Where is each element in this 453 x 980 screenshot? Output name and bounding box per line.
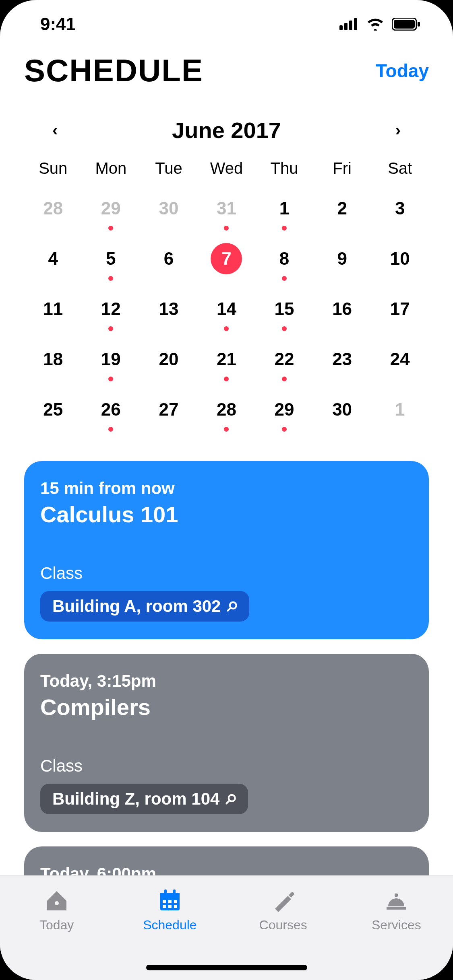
calendar-day[interactable]: 22	[255, 336, 313, 387]
calendar-day[interactable]: 31	[198, 185, 256, 236]
tab-today[interactable]: Today	[0, 888, 113, 980]
svg-rect-11	[168, 900, 172, 903]
weekday-label: Wed	[198, 155, 256, 185]
svg-rect-10	[163, 900, 166, 903]
calendar-day[interactable]: 20	[140, 336, 198, 387]
event-dot	[282, 326, 287, 331]
days-grid: 2829303112345678910111213141516171819202…	[24, 185, 429, 437]
tab-bar: TodayScheduleCoursesServices	[0, 875, 453, 980]
event-dot	[282, 276, 287, 281]
status-bar: 9:41	[0, 0, 453, 48]
today-icon	[44, 888, 70, 914]
status-icons	[339, 18, 421, 31]
day-number: 11	[37, 293, 69, 325]
calendar-day[interactable]: 13	[140, 286, 198, 336]
prev-month-button[interactable]: ‹	[44, 117, 66, 143]
calendar-day[interactable]: 26	[82, 387, 140, 437]
day-number: 20	[153, 344, 184, 375]
calendar-day[interactable]: 30	[313, 387, 371, 437]
courses-icon	[270, 888, 296, 914]
calendar-day[interactable]: 14	[198, 286, 256, 336]
day-number: 19	[95, 344, 126, 375]
tab-services[interactable]: Services	[340, 888, 453, 980]
calendar-day[interactable]: 10	[371, 236, 429, 286]
day-number: 6	[153, 243, 184, 274]
calendar-day[interactable]: 9	[313, 236, 371, 286]
day-number: 26	[95, 394, 126, 425]
calendar-day[interactable]: 21	[198, 336, 256, 387]
day-number: 14	[211, 293, 242, 325]
day-number: 25	[37, 394, 69, 425]
calendar-day[interactable]: 2	[313, 185, 371, 236]
battery-icon	[392, 18, 421, 31]
calendar-day[interactable]: 11	[24, 286, 82, 336]
next-month-button[interactable]: ›	[387, 117, 409, 143]
weekday-label: Sun	[24, 155, 82, 185]
header: SCHEDULE Today	[0, 48, 453, 105]
calendar-day[interactable]: 30	[140, 185, 198, 236]
day-number: 17	[384, 293, 416, 325]
svg-rect-9	[160, 893, 180, 898]
page-title: SCHEDULE	[24, 52, 203, 89]
event-location-label: Building Z, room 104	[52, 789, 219, 809]
location-pin-icon: ⚲	[223, 597, 242, 616]
svg-rect-14	[168, 905, 172, 908]
svg-rect-12	[174, 900, 177, 903]
day-number: 27	[153, 394, 184, 425]
svg-rect-2	[349, 21, 352, 30]
calendar-day[interactable]: 7	[198, 236, 256, 286]
event-location-button[interactable]: Building A, room 302⚲	[40, 591, 249, 622]
cellular-icon	[339, 18, 359, 30]
event-dot	[282, 427, 287, 432]
day-number: 7	[211, 243, 242, 274]
svg-rect-0	[339, 25, 343, 30]
day-number: 2	[327, 193, 358, 224]
calendar-day[interactable]: 8	[255, 236, 313, 286]
event-time: Today, 3:15pm	[40, 671, 413, 691]
event-card[interactable]: 15 min from nowCalculus 101ClassBuilding…	[24, 461, 429, 639]
event-dot	[224, 226, 229, 231]
day-number: 24	[384, 344, 416, 375]
day-number: 12	[95, 293, 126, 325]
day-number: 29	[95, 193, 126, 224]
event-dot	[224, 377, 229, 381]
calendar-day[interactable]: 19	[82, 336, 140, 387]
calendar-day[interactable]: 15	[255, 286, 313, 336]
home-indicator[interactable]	[146, 965, 307, 970]
svg-rect-5	[394, 20, 415, 29]
event-location-label: Building A, room 302	[52, 597, 221, 616]
day-number: 18	[37, 344, 69, 375]
svg-rect-6	[418, 22, 420, 27]
calendar-day[interactable]: 29	[255, 387, 313, 437]
calendar-day[interactable]: 1	[255, 185, 313, 236]
calendar-day[interactable]: 1	[371, 387, 429, 437]
svg-rect-18	[395, 894, 398, 897]
calendar-day[interactable]: 27	[140, 387, 198, 437]
day-number: 9	[327, 243, 358, 274]
event-card[interactable]: Today, 3:15pmCompilersClassBuilding Z, r…	[24, 654, 429, 832]
calendar-day[interactable]: 18	[24, 336, 82, 387]
calendar-day[interactable]: 17	[371, 286, 429, 336]
event-location-button[interactable]: Building Z, room 104⚲	[40, 784, 248, 814]
calendar-day[interactable]: 3	[371, 185, 429, 236]
day-number: 28	[37, 193, 69, 224]
services-icon	[383, 888, 409, 914]
calendar-day[interactable]: 16	[313, 286, 371, 336]
calendar-day[interactable]: 24	[371, 336, 429, 387]
calendar-day[interactable]: 29	[82, 185, 140, 236]
weekday-label: Tue	[140, 155, 198, 185]
calendar-day[interactable]: 12	[82, 286, 140, 336]
weekday-label: Sat	[371, 155, 429, 185]
calendar-day[interactable]: 23	[313, 336, 371, 387]
calendar-day[interactable]: 4	[24, 236, 82, 286]
calendar-day[interactable]: 6	[140, 236, 198, 286]
calendar-day[interactable]: 28	[198, 387, 256, 437]
calendar-day[interactable]: 5	[82, 236, 140, 286]
event-dot	[108, 427, 113, 432]
calendar-day[interactable]: 28	[24, 185, 82, 236]
event-dot	[224, 326, 229, 331]
today-button[interactable]: Today	[376, 60, 429, 82]
svg-rect-15	[174, 905, 177, 908]
weekday-label: Fri	[313, 155, 371, 185]
calendar-day[interactable]: 25	[24, 387, 82, 437]
